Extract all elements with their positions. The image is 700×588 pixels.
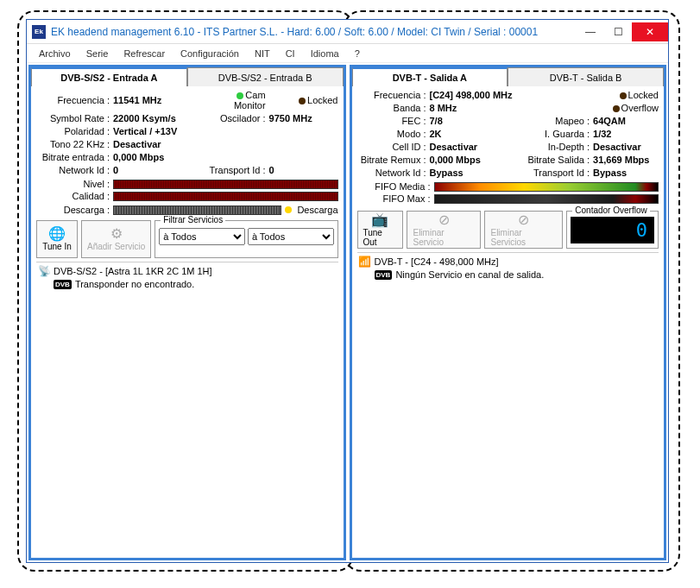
val-mapeo: 64QAM: [593, 116, 659, 126]
tune-out-button[interactable]: 📺 Tune Out: [357, 211, 404, 249]
add-service-button[interactable]: ⚙ Añadir Servicio: [81, 220, 151, 258]
val-modo: 2K: [430, 129, 522, 139]
overflow-dot-icon: [613, 105, 620, 112]
gear-icon: ⚙: [110, 227, 123, 241]
output-panel: DVB-T - Salida A DVB-T - Salida B Frecue…: [350, 65, 667, 560]
menu-idioma[interactable]: Idioma: [304, 47, 346, 60]
lbl-network-in: Network Id :: [36, 165, 110, 175]
lbl-calidad: Calidad :: [36, 191, 110, 201]
lbl-network-out: Network Id :: [357, 168, 426, 178]
cancel-icon: ⊘: [438, 213, 450, 227]
app-window: Ek EK headend management 6.10 - ITS Part…: [26, 19, 669, 563]
tab-entrada-a[interactable]: DVB-S/S2 - Entrada A: [31, 67, 187, 86]
window-title: EK headend management 6.10 - ITS Partner…: [51, 26, 577, 38]
val-iguarda: 1/32: [593, 129, 659, 139]
overflow-legend: Contador Overflow: [572, 205, 649, 215]
tab-salida-b[interactable]: DVB-T - Salida B: [508, 67, 664, 86]
menu-serie[interactable]: Serie: [79, 47, 116, 60]
tree-child-output[interactable]: DVB Ningún Servicio en canal de salida.: [373, 269, 659, 281]
val-fec: 7/8: [430, 116, 522, 126]
val-banda: 8 MHz: [430, 103, 522, 113]
val-oscilador: 9750 MHz: [269, 113, 338, 123]
filter-legend: Filtrar Servicios: [161, 215, 225, 224]
calidad-meter: [113, 192, 338, 201]
input-tree: 📡 DVB-S/S2 - [Astra 1L 1KR 2C 1M 1H] DVB…: [36, 262, 338, 554]
tab-salida-a[interactable]: DVB-T - Salida A: [352, 67, 508, 86]
val-network-out: Bypass: [430, 168, 522, 178]
lbl-cam: Cam Monitor: [205, 90, 266, 111]
menu-help[interactable]: ?: [348, 47, 367, 60]
lbl-tono: Tono 22 KHz :: [36, 139, 110, 149]
lbl-indepth: In-Depth :: [525, 142, 590, 152]
tree-root-output[interactable]: 📶 DVB-T - [C24 - 498,000 MHz]: [357, 255, 659, 269]
lbl-oscilador: Oscilador :: [205, 113, 266, 123]
val-frecuencia: 11541 MHz: [113, 95, 202, 105]
val-transport-in: 0: [269, 165, 338, 175]
lbl-banda: Banda :: [357, 103, 426, 113]
lbl-locked-out: Locked: [593, 90, 659, 100]
descarga-meter: [113, 205, 281, 215]
tab-entrada-b[interactable]: DVB-S/S2 - Entrada B: [187, 67, 344, 86]
val-polaridad: Vertical / +13V: [113, 126, 338, 136]
nivel-meter: [113, 180, 338, 189]
close-button[interactable]: ✕: [632, 22, 668, 41]
app-icon: Ek: [32, 25, 46, 39]
menu-ci[interactable]: CI: [279, 47, 302, 60]
filter-services-group: Filtrar Servicios à Todos à Todos: [155, 220, 337, 258]
val-transport-out: Bypass: [593, 168, 659, 178]
fifo-media-meter: [434, 182, 659, 192]
descarga-dot-icon: [285, 206, 292, 213]
tree-child-input[interactable]: DVB Transponder no encontrado.: [52, 278, 338, 290]
locked-dot-icon: [299, 98, 306, 104]
output-tree: 📶 DVB-T - [C24 - 498,000 MHz] DVB Ningún…: [357, 252, 659, 554]
lbl-cell: Cell ID :: [357, 142, 426, 152]
lbl-transport-out: Transport Id :: [525, 168, 590, 178]
globe-icon: 🌐: [48, 227, 66, 241]
val-frecuencia-out: [C24] 498,000 MHz: [430, 90, 522, 100]
filter-select-2[interactable]: à Todos: [248, 228, 334, 245]
menu-archivo[interactable]: Archivo: [32, 47, 78, 60]
lbl-polaridad: Polaridad :: [36, 126, 110, 136]
minimize-button[interactable]: —: [577, 22, 604, 41]
cancel-all-icon: ⊘: [518, 213, 529, 227]
lbl-iguarda: I. Guarda :: [525, 129, 590, 139]
lbl-bitrate-salida: Bitrate Salida :: [525, 155, 590, 165]
lbl-fec: FEC :: [357, 116, 426, 126]
dvb-badge-icon: DVB: [375, 270, 393, 280]
lbl-nivel: Nivel :: [36, 179, 110, 189]
lbl-frecuencia: Frecuencia :: [36, 95, 110, 105]
lbl-symbolrate: Symbol Rate :: [36, 113, 110, 123]
val-indepth: Desactivar: [593, 142, 659, 152]
lbl-locked-a: Locked: [269, 95, 338, 105]
dvb-badge-icon: DVB: [54, 280, 72, 289]
lbl-transport-in: Transport Id :: [205, 165, 266, 175]
val-bitrate-salida: 31,669 Mbps: [593, 155, 659, 165]
val-symbolrate: 22000 Ksym/s: [113, 113, 202, 123]
lbl-mapeo: Mapeo :: [525, 116, 590, 126]
remove-service-button[interactable]: ⊘ Eliminar Servicio: [407, 211, 481, 249]
val-cell: Desactivar: [430, 142, 522, 152]
descarga-status: Descarga: [297, 205, 337, 215]
maximize-button[interactable]: ☐: [604, 22, 632, 41]
fifo-max-meter: [434, 194, 659, 204]
titlebar: Ek EK headend management 6.10 - ITS Part…: [27, 20, 668, 44]
tune-in-button[interactable]: 🌐 Tune In: [36, 220, 78, 258]
remove-services-button[interactable]: ⊘ Eliminar Servicios: [484, 211, 563, 249]
satellite-icon: 📡: [38, 265, 50, 277]
val-tono: Desactivar: [113, 139, 338, 149]
cam-dot-icon: [236, 92, 243, 99]
menu-configuracion[interactable]: Configuración: [173, 47, 246, 60]
overflow-counter-display: 0: [571, 217, 654, 243]
overflow-counter-group: Contador Overflow 0: [566, 211, 659, 249]
filter-select-1[interactable]: à Todos: [159, 228, 245, 245]
menu-nit[interactable]: NIT: [248, 47, 277, 60]
lbl-modo: Modo :: [357, 129, 426, 139]
tv-icon: 📺: [371, 213, 388, 227]
locked-dot-icon: [620, 92, 627, 99]
tree-root-input[interactable]: 📡 DVB-S/S2 - [Astra 1L 1KR 2C 1M 1H]: [36, 264, 338, 278]
lbl-bitrate-remux: Bitrate Remux :: [357, 155, 426, 165]
val-bitrate-remux: 0,000 Mbps: [430, 155, 522, 165]
menubar: Archivo Serie Refrescar Configuración NI…: [27, 44, 668, 63]
lbl-fifo-max: FIFO Max :: [357, 193, 431, 204]
menu-refrescar[interactable]: Refrescar: [117, 47, 172, 60]
